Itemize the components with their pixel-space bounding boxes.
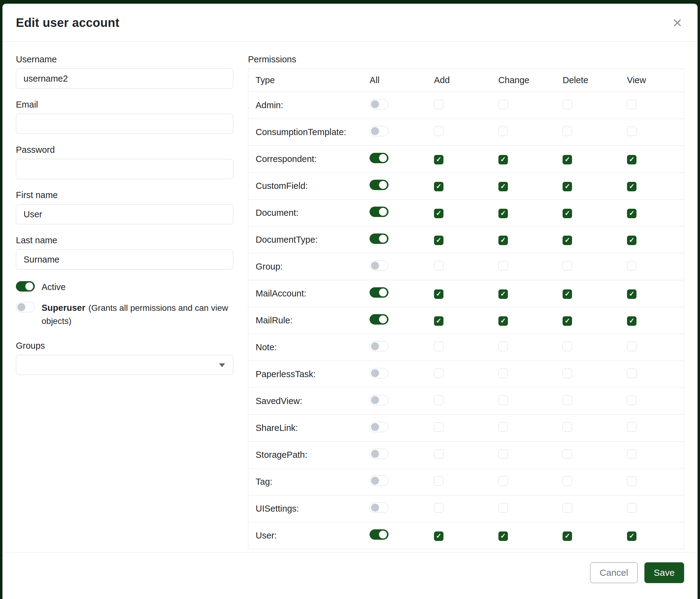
permission-change-checkbox[interactable]: ✓: [498, 182, 508, 191]
permission-delete-checkbox[interactable]: [562, 476, 572, 486]
permission-all-toggle[interactable]: [370, 529, 389, 540]
permission-change-checkbox[interactable]: [498, 396, 508, 405]
permission-change-checkbox[interactable]: [498, 100, 508, 109]
permission-change-checkbox[interactable]: [498, 261, 508, 270]
permission-delete-checkbox[interactable]: [562, 368, 572, 378]
groups-label: Groups: [16, 341, 233, 351]
permission-view-checkbox[interactable]: [627, 422, 636, 432]
permission-view-checkbox[interactable]: [627, 503, 636, 512]
permission-view-checkbox[interactable]: ✓: [627, 209, 636, 218]
save-button[interactable]: Save: [644, 562, 684, 583]
permission-all-toggle[interactable]: [370, 476, 389, 486]
permission-delete-checkbox[interactable]: [562, 396, 572, 405]
permission-all-toggle[interactable]: [370, 99, 389, 110]
permission-change-checkbox[interactable]: [498, 422, 508, 432]
permission-all-toggle[interactable]: [370, 287, 389, 298]
permission-all-toggle[interactable]: [370, 234, 389, 244]
permission-all-toggle[interactable]: [370, 314, 389, 325]
column-header-all: All: [362, 69, 427, 92]
permission-all-toggle[interactable]: [370, 502, 389, 513]
last-name-input[interactable]: [16, 249, 233, 269]
permission-all-toggle[interactable]: [370, 207, 389, 217]
permission-add-checkbox[interactable]: [434, 261, 444, 270]
permission-delete-checkbox[interactable]: ✓: [562, 155, 572, 164]
permission-change-checkbox[interactable]: ✓: [498, 155, 508, 164]
permission-delete-checkbox[interactable]: [562, 261, 572, 270]
permission-add-checkbox[interactable]: [434, 126, 444, 136]
permission-view-checkbox[interactable]: [627, 126, 636, 136]
permission-change-checkbox[interactable]: [498, 449, 508, 459]
groups-select[interactable]: [16, 355, 233, 375]
permission-view-checkbox[interactable]: [627, 100, 636, 109]
permission-add-checkbox[interactable]: ✓: [434, 531, 444, 541]
password-input[interactable]: [16, 159, 233, 179]
permission-add-checkbox[interactable]: [434, 449, 444, 459]
permission-change-checkbox[interactable]: [498, 342, 508, 351]
permission-add-checkbox[interactable]: ✓: [434, 316, 444, 326]
permission-delete-checkbox[interactable]: ✓: [562, 236, 572, 245]
permission-all-toggle[interactable]: [370, 153, 389, 163]
permission-add-checkbox[interactable]: [434, 396, 444, 405]
permission-view-checkbox[interactable]: [627, 368, 636, 378]
last-name-label: Last name: [16, 235, 233, 245]
first-name-input[interactable]: [16, 204, 233, 224]
permission-add-checkbox[interactable]: ✓: [434, 236, 444, 245]
email-label: Email: [16, 100, 233, 110]
permission-add-checkbox[interactable]: [434, 100, 444, 109]
permission-change-checkbox[interactable]: ✓: [498, 531, 508, 541]
permission-view-checkbox[interactable]: [627, 396, 636, 405]
permission-view-checkbox[interactable]: ✓: [627, 531, 636, 541]
permission-add-checkbox[interactable]: [434, 342, 444, 351]
permission-view-checkbox[interactable]: [627, 342, 636, 351]
permission-view-checkbox[interactable]: [627, 476, 636, 486]
permission-view-checkbox[interactable]: ✓: [627, 289, 636, 299]
permission-add-checkbox[interactable]: ✓: [434, 289, 444, 299]
permission-add-checkbox[interactable]: ✓: [434, 182, 444, 191]
permission-delete-checkbox[interactable]: ✓: [562, 182, 572, 191]
permission-all-toggle[interactable]: [370, 395, 389, 405]
permission-change-checkbox[interactable]: ✓: [498, 236, 508, 245]
permission-change-checkbox[interactable]: ✓: [498, 316, 508, 326]
close-icon[interactable]: ×: [669, 14, 686, 31]
username-input[interactable]: [16, 69, 233, 89]
permission-change-checkbox[interactable]: ✓: [498, 289, 508, 299]
permission-delete-checkbox[interactable]: [562, 100, 572, 109]
cancel-button[interactable]: Cancel: [590, 562, 638, 583]
permission-all-toggle[interactable]: [370, 449, 389, 459]
permission-delete-checkbox[interactable]: ✓: [562, 316, 572, 326]
permission-view-checkbox[interactable]: [627, 261, 636, 270]
permission-all-toggle[interactable]: [370, 126, 389, 136]
permission-change-checkbox[interactable]: ✓: [498, 209, 508, 218]
permission-delete-checkbox[interactable]: [562, 422, 572, 432]
permission-delete-checkbox[interactable]: ✓: [562, 289, 572, 299]
permission-view-checkbox[interactable]: ✓: [627, 155, 636, 164]
email-input[interactable]: [16, 114, 233, 134]
permission-view-checkbox[interactable]: ✓: [627, 182, 636, 191]
permission-change-checkbox[interactable]: [498, 126, 508, 136]
permission-change-checkbox[interactable]: [498, 476, 508, 486]
permission-delete-checkbox[interactable]: [562, 503, 572, 512]
permission-delete-checkbox[interactable]: [562, 342, 572, 351]
permission-change-checkbox[interactable]: [498, 368, 508, 378]
permission-add-checkbox[interactable]: [434, 368, 444, 378]
permission-all-toggle[interactable]: [370, 341, 389, 352]
permission-add-checkbox[interactable]: [434, 422, 444, 432]
permission-view-checkbox[interactable]: [627, 449, 636, 459]
permission-all-toggle[interactable]: [370, 180, 389, 190]
permission-view-checkbox[interactable]: ✓: [627, 236, 636, 245]
permission-delete-checkbox[interactable]: ✓: [562, 531, 572, 541]
permission-change-checkbox[interactable]: [498, 503, 508, 512]
permission-all-toggle[interactable]: [370, 260, 389, 271]
permission-delete-checkbox[interactable]: ✓: [562, 209, 572, 218]
superuser-toggle[interactable]: [16, 302, 35, 312]
permission-delete-checkbox[interactable]: [562, 449, 572, 459]
permission-delete-checkbox[interactable]: [562, 126, 572, 136]
active-toggle[interactable]: [16, 281, 35, 291]
permission-add-checkbox[interactable]: ✓: [434, 155, 444, 164]
permission-add-checkbox[interactable]: ✓: [434, 209, 444, 218]
permission-all-toggle[interactable]: [370, 422, 389, 432]
permission-add-checkbox[interactable]: [434, 503, 444, 512]
permission-all-toggle[interactable]: [370, 368, 389, 378]
permission-view-checkbox[interactable]: ✓: [627, 316, 636, 326]
permission-add-checkbox[interactable]: [434, 476, 444, 486]
